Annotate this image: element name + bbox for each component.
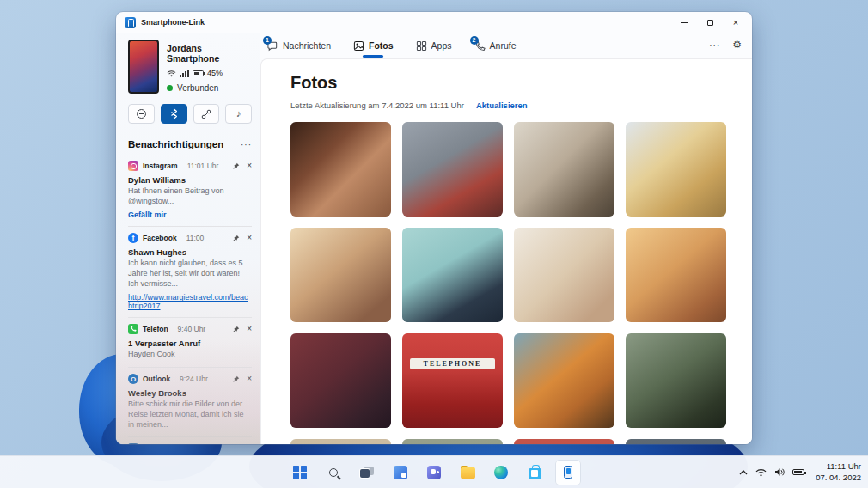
notification-facebook[interactable]: f Facebook 11:00 × Shawn Hughes Ich kann… xyxy=(128,226,252,317)
notification-app: Facebook xyxy=(143,234,177,242)
pin-icon[interactable] xyxy=(232,375,240,383)
dismiss-icon[interactable]: × xyxy=(247,375,252,383)
notification-body: Hayden Cook xyxy=(128,350,252,360)
notification-time: 11:00 xyxy=(186,234,228,242)
phone-link-icon xyxy=(564,466,572,479)
tab-anrufe[interactable]: 2 Anrufe xyxy=(474,33,517,58)
audio-toggle[interactable] xyxy=(193,104,220,124)
messages-badge: 1 xyxy=(263,36,272,45)
photos-tab-icon xyxy=(353,40,364,52)
notification-title: Dylan Williams xyxy=(128,175,252,185)
music-toggle[interactable]: ♪ xyxy=(225,104,252,124)
notification-instagram[interactable]: Instagram 11:01 Uhr × Dylan Williams Hat… xyxy=(128,155,252,226)
signal-icon xyxy=(180,70,189,77)
more-options-button[interactable]: ··· xyxy=(709,40,720,50)
close-button[interactable]: × xyxy=(724,15,747,30)
search-button[interactable] xyxy=(321,460,346,485)
tray-battery-button[interactable] xyxy=(792,469,804,475)
instagram-icon xyxy=(128,161,138,171)
bluetooth-icon xyxy=(170,108,178,119)
store-button[interactable] xyxy=(522,460,547,485)
task-view-button[interactable] xyxy=(354,460,380,485)
connected-status-icon xyxy=(167,85,173,91)
store-icon xyxy=(529,468,541,479)
tab-label: Apps xyxy=(431,40,452,51)
battery-icon xyxy=(792,469,804,475)
start-button[interactable] xyxy=(287,460,313,485)
notification-nachrichten[interactable]: Nachrichten 9:11 Uhr × Az Reed, Lalia Za… xyxy=(128,436,252,444)
taskbar-clock[interactable]: 11:11 Uhr 07. 04. 2022 xyxy=(816,461,861,484)
maximize-icon xyxy=(707,20,713,26)
music-icon: ♪ xyxy=(236,109,241,119)
notification-app: Outlook xyxy=(143,375,170,383)
do-not-disturb-toggle[interactable] xyxy=(128,104,155,124)
notification-title: Wesley Brooks xyxy=(128,388,252,398)
photo-thumbnail[interactable] xyxy=(402,439,503,444)
notification-time: 9:24 Uhr xyxy=(180,375,228,383)
window-title: Smartphone-Link xyxy=(141,18,673,27)
volume-icon xyxy=(774,467,785,477)
photo-thumbnail[interactable] xyxy=(514,122,614,217)
photo-thumbnail-telephone-booth[interactable]: TELEPHONE xyxy=(402,333,503,428)
wifi-icon xyxy=(167,70,176,77)
pin-icon[interactable] xyxy=(232,162,240,170)
notification-url-link[interactable]: http://www.margiestravel.com/beachtrip20… xyxy=(128,293,252,310)
widgets-button[interactable] xyxy=(388,460,413,485)
calls-badge: 2 xyxy=(470,36,479,45)
file-explorer-button[interactable] xyxy=(455,460,480,485)
dismiss-icon[interactable]: × xyxy=(247,162,252,170)
notification-title: Shawn Hughes xyxy=(128,247,252,257)
pin-icon[interactable] xyxy=(232,235,240,242)
audio-link-icon xyxy=(201,109,211,119)
photo-thumbnail[interactable] xyxy=(514,439,614,444)
photo-thumbnail[interactable] xyxy=(402,122,503,217)
photo-thumbnail[interactable] xyxy=(626,122,726,217)
notification-action-link[interactable]: Gefällt mir xyxy=(128,210,252,219)
photo-thumbnail[interactable] xyxy=(626,228,726,322)
edge-button[interactable] xyxy=(488,460,514,485)
tab-label: Fotos xyxy=(369,40,394,51)
photo-thumbnail[interactable] xyxy=(514,333,614,428)
tray-network-button[interactable] xyxy=(755,468,767,477)
connection-status: Verbunden xyxy=(177,83,218,93)
photo-thumbnail[interactable] xyxy=(290,439,391,444)
device-panel: Jordans Smartphone 45% xyxy=(128,40,252,94)
chevron-up-icon xyxy=(739,470,748,475)
clock-time: 11:11 Uhr xyxy=(816,461,861,473)
system-tray: 11:11 Uhr 07. 04. 2022 xyxy=(739,456,861,488)
photo-thumbnail[interactable] xyxy=(290,122,391,217)
bluetooth-toggle[interactable] xyxy=(161,104,187,124)
refresh-link[interactable]: Aktualisieren xyxy=(476,101,528,110)
minimize-button[interactable] xyxy=(673,15,695,30)
settings-gear-icon[interactable]: ⚙ xyxy=(732,40,742,50)
tab-label: Nachrichten xyxy=(283,40,331,51)
notification-body: Hat Ihnen einen Beitrag von @wingstow... xyxy=(128,186,252,206)
pin-icon[interactable] xyxy=(232,326,240,333)
photo-thumbnail[interactable] xyxy=(626,439,726,444)
maximize-button[interactable] xyxy=(699,15,721,30)
titlebar[interactable]: Smartphone-Link × xyxy=(116,12,752,33)
photo-thumbnail[interactable] xyxy=(402,228,503,322)
sidebar: Jordans Smartphone 45% xyxy=(116,33,260,444)
chat-button[interactable] xyxy=(421,460,447,485)
photo-thumbnail[interactable] xyxy=(290,228,391,322)
tab-nachrichten[interactable]: 1 Nachrichten xyxy=(267,33,331,58)
photo-grid: TELEPHONE xyxy=(290,122,752,444)
dismiss-icon[interactable]: × xyxy=(247,325,252,333)
tray-volume-button[interactable] xyxy=(774,467,785,477)
photo-thumbnail[interactable] xyxy=(626,333,726,428)
file-explorer-icon xyxy=(461,467,475,479)
search-icon xyxy=(329,468,338,477)
photo-thumbnail[interactable] xyxy=(290,333,391,428)
phone-app-icon xyxy=(128,324,138,334)
notification-telefon[interactable]: Telefon 9:40 Uhr × 1 Verpasster Anruf Ha… xyxy=(128,317,252,367)
notifications-more-button[interactable]: ··· xyxy=(241,140,252,149)
apps-tab-icon xyxy=(416,40,427,52)
tab-fotos[interactable]: Fotos xyxy=(353,33,394,58)
photo-thumbnail[interactable] xyxy=(514,228,614,322)
tab-apps[interactable]: Apps xyxy=(416,33,452,58)
phone-link-taskbar-button[interactable] xyxy=(555,460,581,485)
tray-chevron-button[interactable] xyxy=(739,470,748,475)
notification-outlook[interactable]: O Outlook 9:24 Uhr × Wesley Brooks Bitte… xyxy=(128,367,252,436)
dismiss-icon[interactable]: × xyxy=(247,234,252,242)
